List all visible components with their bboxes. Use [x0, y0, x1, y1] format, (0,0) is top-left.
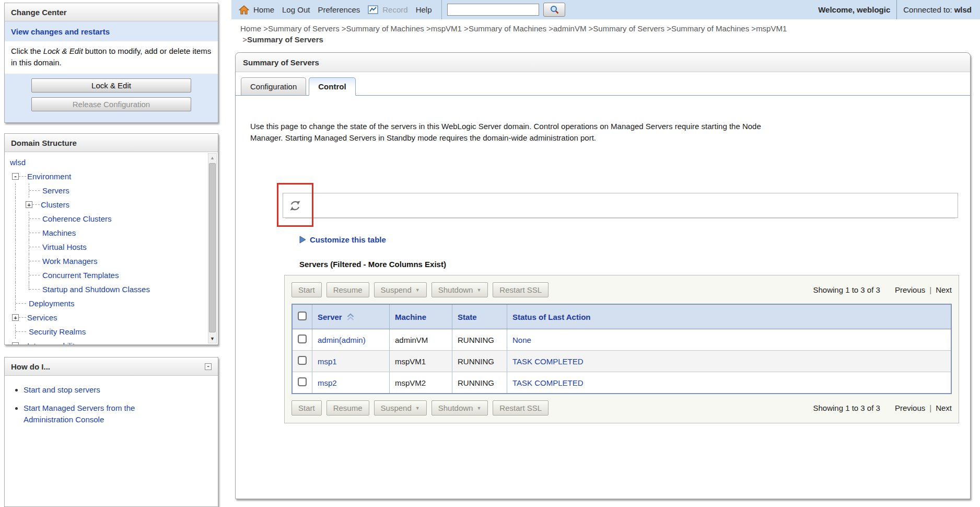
view-changes-link[interactable]: View changes and restarts	[5, 21, 218, 41]
expand-node-icon[interactable]: +	[12, 314, 19, 321]
breadcrumb-separator: >	[240, 35, 247, 44]
domain-tree-item[interactable]: Servers	[42, 186, 69, 195]
servers-table-container: StartResumeSuspend▼Shutdown▼Restart SSL …	[284, 275, 959, 423]
change-center-panel: Change Center View changes and restarts …	[4, 3, 218, 123]
pagination-next[interactable]: Next	[936, 285, 952, 294]
row-checkbox[interactable]	[298, 335, 307, 343]
domain-tree-item[interactable]: wlsd	[10, 158, 26, 167]
server-link[interactable]: msp2	[318, 378, 337, 387]
domain-tree-row: Machines	[9, 226, 204, 240]
release-configuration-button[interactable]: Release Configuration	[31, 97, 191, 111]
collapse-node-icon[interactable]: -	[12, 173, 19, 180]
domain-tree-item[interactable]: Virtual Hosts	[42, 243, 87, 251]
machine-cell: adminVM	[390, 329, 452, 351]
breadcrumb-separator: >	[749, 24, 756, 33]
domain-tree-row: +Services	[9, 310, 204, 325]
domain-tree-item[interactable]: Concurrent Templates	[42, 271, 119, 280]
nav-home[interactable]: Home	[253, 5, 274, 14]
server-cell: msp2	[312, 372, 390, 394]
status-link[interactable]: None	[512, 336, 531, 344]
body-text: Click the	[11, 47, 43, 55]
refresh-icon[interactable]	[289, 200, 301, 212]
breadcrumb-separator: >	[586, 24, 593, 33]
expand-node-icon[interactable]: +	[12, 342, 19, 344]
toolbar-divider	[441, 0, 442, 19]
breadcrumb-item[interactable]: adminVM	[553, 24, 586, 33]
status-cell: TASK COMPLETED	[507, 372, 952, 394]
domain-tree-item[interactable]: Environment	[27, 172, 71, 181]
breadcrumb-item[interactable]: Summary of Machines	[469, 24, 546, 33]
scroll-down-icon[interactable]: ▼	[208, 335, 216, 343]
pagination-next[interactable]: Next	[936, 404, 952, 412]
domain-tree-item[interactable]: Startup and Shutdown Classes	[42, 285, 150, 294]
pagination-previous[interactable]: Previous	[895, 404, 925, 412]
server-cell: admin(admin)	[312, 329, 390, 351]
breadcrumb-item[interactable]: Home	[240, 24, 261, 33]
nav-help[interactable]: Help	[416, 5, 432, 14]
breadcrumb-item[interactable]: Summary of Machines	[346, 24, 424, 33]
column-header-status[interactable]: Status of Last Action	[507, 304, 952, 329]
domain-tree-item[interactable]: Machines	[42, 228, 76, 237]
row-checkbox[interactable]	[298, 356, 307, 365]
status-cell: TASK COMPLETED	[507, 351, 952, 372]
suspend-button[interactable]: Suspend▼	[374, 400, 427, 416]
column-header-machine[interactable]: Machine	[390, 304, 452, 329]
lock-edit-button[interactable]: Lock & Edit	[31, 78, 191, 93]
resume-button[interactable]: Resume	[326, 282, 369, 297]
shutdown-button[interactable]: Shutdown▼	[431, 282, 488, 297]
search-button[interactable]	[543, 3, 565, 17]
search-input[interactable]	[447, 4, 539, 16]
status-link[interactable]: TASK COMPLETED	[512, 357, 584, 366]
machine-cell: mspVM1	[390, 351, 452, 372]
tree-guide	[19, 169, 26, 177]
servers-table: Server Machine State Status of Last Acti…	[291, 304, 952, 394]
collapse-panel-icon[interactable]: -	[205, 363, 212, 370]
pagination-showing: Showing 1 to 3 of 3	[813, 285, 880, 294]
breadcrumb-item[interactable]: mspVM1	[756, 24, 787, 33]
domain-tree-item[interactable]: Coherence Clusters	[42, 214, 112, 223]
domain-tree-item[interactable]: Security Realms	[29, 327, 86, 336]
row-checkbox[interactable]	[298, 377, 307, 386]
nav-preferences[interactable]: Preferences	[318, 5, 360, 14]
shutdown-button[interactable]: Shutdown▼	[431, 400, 488, 416]
expand-node-icon[interactable]: +	[26, 201, 32, 208]
tab-configuration[interactable]: Configuration	[241, 77, 306, 96]
restart-ssl-button[interactable]: Restart SSL	[493, 400, 549, 416]
state-cell: RUNNING	[452, 372, 507, 394]
status-link[interactable]: TASK COMPLETED	[512, 378, 584, 387]
domain-tree-item[interactable]: Services	[27, 313, 57, 322]
column-header-server[interactable]: Server	[312, 304, 390, 329]
server-link[interactable]: admin(admin)	[318, 336, 366, 344]
sort-ascending-icon[interactable]	[346, 313, 355, 321]
domain-tree-item[interactable]: Interoperability	[27, 341, 78, 344]
tab-control[interactable]: Control	[309, 77, 355, 96]
resume-button[interactable]: Resume	[326, 400, 369, 416]
select-all-checkbox[interactable]	[298, 312, 307, 320]
how-do-i-link[interactable]: Start and stop servers	[24, 385, 100, 394]
scrollbar-thumb[interactable]	[209, 163, 216, 332]
tree-guide	[9, 183, 15, 198]
connected-domain: wlsd	[954, 5, 972, 14]
domain-tree-item[interactable]: Clusters	[41, 200, 69, 209]
start-button[interactable]: Start	[291, 400, 322, 416]
suspend-button[interactable]: Suspend▼	[374, 282, 427, 297]
scrollbar[interactable]: ▲ ▼	[208, 153, 217, 343]
restart-ssl-button[interactable]: Restart SSL	[493, 282, 549, 297]
breadcrumb-item[interactable]: Summary of Servers	[268, 24, 340, 33]
pagination-previous[interactable]: Previous	[895, 285, 925, 294]
breadcrumb-item[interactable]: mspVM1	[431, 24, 462, 33]
nav-log-out[interactable]: Log Out	[282, 5, 310, 14]
tree-guide	[9, 325, 15, 339]
domain-tree-item[interactable]: Deployments	[29, 299, 75, 308]
how-do-i-link[interactable]: Start Managed Servers from the Administr…	[24, 404, 135, 424]
breadcrumb-item[interactable]: Summary of Machines	[671, 24, 749, 33]
scroll-up-icon[interactable]: ▲	[208, 154, 216, 162]
column-header-state[interactable]: State	[452, 304, 507, 329]
home-icon[interactable]	[239, 5, 249, 15]
server-link[interactable]: msp1	[318, 357, 337, 366]
customize-table-link[interactable]: Customize this table	[299, 235, 970, 244]
domain-tree-item[interactable]: Work Managers	[42, 257, 98, 266]
start-button[interactable]: Start	[291, 282, 322, 297]
breadcrumb-item[interactable]: Summary of Servers	[593, 24, 664, 33]
domain-tree-row: wlsd	[9, 155, 204, 169]
